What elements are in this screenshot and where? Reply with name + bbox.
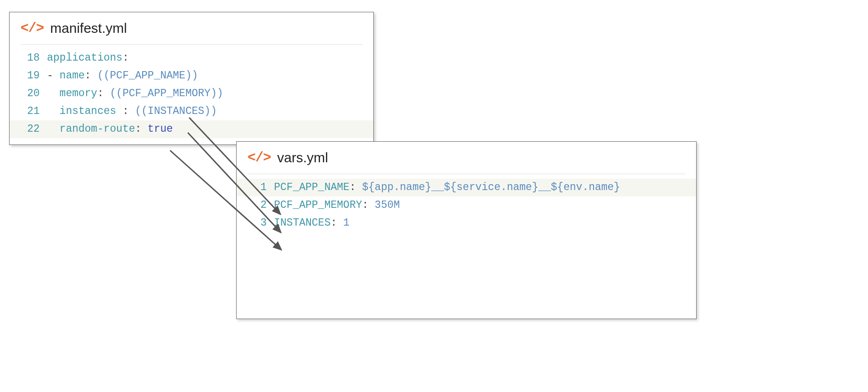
line-number: 2 <box>248 196 267 214</box>
line-content: memory: ((PCF_APP_MEMORY)) <box>47 85 223 103</box>
line-content: instances : ((INSTANCES)) <box>47 103 217 120</box>
line-content: PCF_APP_NAME: ${app.name}__${service.nam… <box>274 179 620 196</box>
token-punc: : <box>123 52 129 64</box>
vars-panel: </> vars.yml 1PCF_APP_NAME: ${app.name}_… <box>236 141 697 319</box>
token-punc: : <box>362 199 375 211</box>
token-punc: : <box>350 181 362 193</box>
token-str: ((PCF_APP_MEMORY)) <box>110 88 223 99</box>
panel-header: </> vars.yml <box>237 142 696 171</box>
code-line: 22 random-route: true <box>10 120 373 138</box>
divider <box>21 44 362 45</box>
token-punc: : <box>85 70 98 82</box>
token-key: PCF_APP_MEMORY <box>274 199 362 211</box>
token-str: ((INSTANCES)) <box>135 105 217 117</box>
token-str: 350M <box>375 199 400 211</box>
line-content: - name: ((PCF_APP_NAME)) <box>47 67 198 85</box>
line-content: PCF_APP_MEMORY: 350M <box>274 196 400 214</box>
line-number: 22 <box>21 120 40 138</box>
token-key: INSTANCES <box>274 217 331 229</box>
token-punc: : <box>135 123 148 135</box>
token-key: PCF_APP_NAME <box>274 181 350 193</box>
divider <box>248 174 685 174</box>
code-line: 3INSTANCES: 1 <box>237 214 696 232</box>
line-number: 20 <box>21 85 40 103</box>
token-punc <box>47 105 60 117</box>
token-str: ${app.name}__${service.name}__${env.name… <box>362 181 620 193</box>
line-content: random-route: true <box>47 120 173 138</box>
code-line: 1PCF_APP_NAME: ${app.name}__${service.na… <box>237 179 696 196</box>
code-icon: </> <box>248 151 271 165</box>
token-punc <box>47 88 60 99</box>
code-line: 2PCF_APP_MEMORY: 350M <box>237 196 696 214</box>
line-number: 21 <box>21 103 40 120</box>
token-str: 1 <box>343 217 350 229</box>
panel-header: </> manifest.yml <box>10 12 373 41</box>
code-icon: </> <box>21 21 44 35</box>
token-punc: : <box>123 105 135 117</box>
line-number: 18 <box>21 49 40 67</box>
token-punc: - <box>47 70 60 82</box>
token-punc: : <box>331 217 343 229</box>
line-content: INSTANCES: 1 <box>274 214 350 232</box>
line-number: 3 <box>248 214 267 232</box>
token-key: random-route <box>60 123 135 135</box>
token-punc <box>47 123 60 135</box>
token-str: ((PCF_APP_NAME)) <box>97 70 198 82</box>
token-punc: : <box>97 88 110 99</box>
token-bool: true <box>148 123 173 135</box>
panel-title: manifest.yml <box>50 21 127 36</box>
code-line: 18applications: <box>10 49 373 67</box>
line-content: applications: <box>47 49 129 67</box>
panel-title: vars.yml <box>277 150 328 165</box>
code-body-vars: 1PCF_APP_NAME: ${app.name}__${service.na… <box>237 179 696 238</box>
manifest-panel: </> manifest.yml 18applications:19- name… <box>9 12 374 145</box>
line-number: 19 <box>21 67 40 85</box>
code-body-manifest: 18applications:19- name: ((PCF_APP_NAME)… <box>10 49 373 144</box>
code-line: 20 memory: ((PCF_APP_MEMORY)) <box>10 85 373 103</box>
token-key: instances <box>60 105 123 117</box>
token-key: memory <box>60 88 98 99</box>
line-number: 1 <box>248 179 267 196</box>
code-line: 21 instances : ((INSTANCES)) <box>10 103 373 120</box>
token-key: applications <box>47 52 123 64</box>
token-key: name <box>60 70 85 82</box>
code-line: 19- name: ((PCF_APP_NAME)) <box>10 67 373 85</box>
